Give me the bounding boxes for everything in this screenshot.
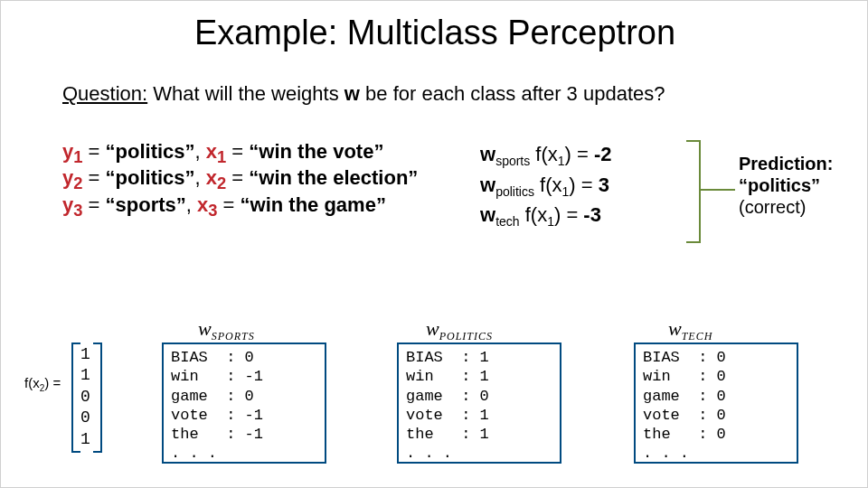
- close: ) =: [569, 174, 598, 196]
- w-sub: POLITICS: [439, 330, 493, 343]
- vec-val: 1: [80, 429, 90, 450]
- eq: =: [217, 193, 240, 216]
- training-examples: y1 = “politics”, x1 = “win the vote” y2 …: [62, 140, 451, 220]
- w-sub: SPORTS: [212, 330, 255, 343]
- example-row: y1 = “politics”, x1 = “win the vote”: [62, 140, 451, 166]
- question-text-2: be for each class after 3 updates?: [360, 82, 665, 105]
- bracket-link-icon: [699, 189, 735, 191]
- vec-val: 1: [80, 344, 90, 365]
- score-val: -3: [583, 203, 601, 226]
- prediction-title: Prediction:: [739, 153, 856, 174]
- w-char: w: [198, 317, 212, 340]
- w-char: w: [426, 317, 439, 340]
- close: ) =: [554, 203, 583, 226]
- fx-label: f(x2) =: [24, 375, 61, 393]
- x-sub: 3: [208, 201, 217, 220]
- question-w: w: [344, 82, 360, 105]
- sep: ,: [195, 140, 206, 163]
- x-var: x: [197, 193, 208, 216]
- y-sub: 1: [73, 147, 82, 166]
- w-politics-vec: BIAS : 1 win : 1 game : 0 vote : 1 the :…: [406, 348, 489, 464]
- y-val: “politics”: [106, 140, 195, 163]
- eq: =: [226, 140, 249, 163]
- eq: =: [82, 166, 105, 189]
- bracket-right-icon: [93, 343, 102, 453]
- fx-sub: 1: [547, 215, 554, 230]
- bracket-left-icon: [71, 343, 80, 453]
- question-block: Question: What will the weights w be for…: [62, 82, 813, 106]
- eq: =: [82, 193, 105, 216]
- score-block: wsports f(x1) = -2 wpolitics f(x1) = 3 w…: [480, 140, 688, 231]
- sep: ,: [186, 193, 197, 216]
- prediction-note: (correct): [739, 196, 856, 218]
- y-sub: 2: [73, 174, 82, 193]
- w: w: [480, 174, 495, 196]
- x-var: x: [206, 166, 217, 189]
- prediction-block: Prediction: “politics” (correct): [739, 153, 856, 218]
- y-val: “sports”: [106, 193, 186, 216]
- fx: f(x: [534, 174, 562, 196]
- y-var: y: [62, 166, 73, 189]
- w: w: [480, 203, 495, 226]
- x-sub: 2: [217, 174, 226, 193]
- w-char: w: [668, 317, 682, 340]
- y-val: “politics”: [106, 166, 195, 189]
- prediction-value: “politics”: [739, 174, 856, 196]
- example-row: y2 = “politics”, x2 = “win the election”: [62, 166, 451, 192]
- fx-sub: 1: [558, 154, 565, 168]
- y-sub: 3: [73, 201, 82, 220]
- x-val: “win the vote”: [249, 140, 383, 163]
- fx-close: ) =: [44, 375, 61, 390]
- example-row: y3 = “sports”, x3 = “win the game”: [62, 193, 451, 220]
- x-val: “win the election”: [249, 166, 418, 189]
- x-var: x: [206, 140, 217, 163]
- w-sports-vec: BIAS : 0 win : -1 game : 0 vote : -1 the…: [171, 348, 263, 464]
- w-politics-label: wPOLITICS: [426, 317, 493, 343]
- eq: =: [82, 140, 105, 163]
- fx-vector: 1 1 0 0 1: [80, 344, 90, 450]
- vec-val: 1: [80, 365, 90, 386]
- bracket-icon: [686, 140, 701, 243]
- y-var: y: [62, 140, 73, 163]
- score-row: wpolitics f(x1) = 3: [480, 171, 688, 202]
- close: ) =: [565, 143, 594, 165]
- w-sub: TECH: [682, 330, 713, 343]
- sep: ,: [195, 166, 206, 189]
- question-label: Question:: [62, 82, 147, 105]
- vec-val: 0: [80, 408, 90, 428]
- w-tech-vec: BIAS : 0 win : 0 game : 0 vote : 0 the :…: [643, 348, 726, 464]
- question-text-1: What will the weights: [147, 82, 344, 105]
- fx: f(x: [530, 143, 558, 165]
- w-sub: sports: [495, 154, 530, 168]
- vectors-area: f(x2) = 1 1 0 0 1 wSPORTS BIAS : 0 win :…: [1, 323, 868, 488]
- fx: f(x: [520, 203, 548, 226]
- w-tech-label: wTECH: [668, 317, 712, 343]
- score-row: wtech f(x1) = -3: [480, 201, 688, 231]
- slide-title: Example: Multiclass Perceptron: [1, 14, 868, 52]
- w-sub: tech: [495, 215, 519, 230]
- x-val: “win the game”: [241, 193, 386, 216]
- eq: =: [226, 166, 249, 189]
- fx-f: f(x: [24, 375, 40, 390]
- x-sub: 1: [217, 147, 226, 166]
- slide: Example: Multiclass Perceptron Question:…: [0, 0, 868, 488]
- vec-val: 0: [80, 387, 90, 408]
- w-sub: politics: [495, 184, 534, 199]
- score-val: -2: [594, 143, 612, 165]
- w: w: [480, 143, 495, 165]
- score-row: wsports f(x1) = -2: [480, 140, 688, 171]
- w-sports-label: wSPORTS: [198, 317, 255, 343]
- y-var: y: [62, 193, 73, 216]
- score-val: 3: [599, 174, 609, 196]
